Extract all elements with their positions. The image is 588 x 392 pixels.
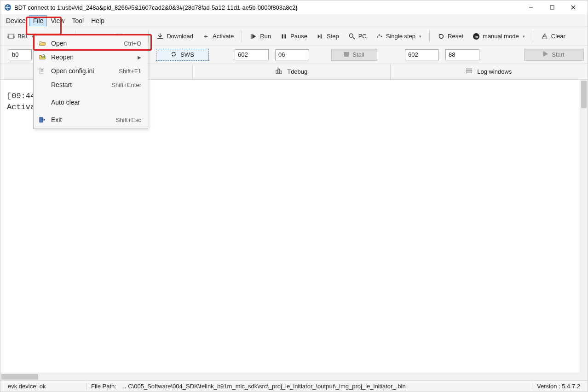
close-button[interactable] [563,0,584,14]
run-icon [250,33,257,40]
activate-button[interactable]: ＋ Activate [198,30,238,42]
svg-rect-15 [285,34,286,38]
singlestep-button[interactable]: Single step ▾ [372,30,426,42]
scroll-corner [580,373,588,380]
scrollbar-thumb[interactable] [1,374,38,380]
tab-tdebug[interactable]: 01 Tdebug [193,64,391,79]
mode-icon: m [473,33,480,40]
exit-label: Exit [51,116,111,123]
addr1-input[interactable] [9,49,32,60]
activate-icon: ＋ [202,33,210,40]
menu-open[interactable]: Open Ctrl+O [34,36,148,50]
menu-auto-clear[interactable]: Auto clear [34,95,148,109]
step-icon [317,33,324,40]
tab-log[interactable]: Log windows [391,64,588,79]
field1-input[interactable] [235,49,269,60]
run-label: Run [260,33,271,40]
pc-button[interactable]: PC [344,30,371,42]
open-config-label: Open config.ini [51,67,114,75]
clear-button[interactable]: Clear [537,30,570,42]
blank-icon [38,81,46,89]
menu-restart[interactable]: Restart Shift+Enter [34,78,148,92]
restart-label: Restart [51,81,107,88]
svg-line-19 [352,37,354,39]
menu-device[interactable]: Device [2,15,29,26]
svg-text:01: 01 [277,68,280,70]
field2-input[interactable] [275,49,309,60]
field3-input[interactable] [405,49,439,60]
stall-label: Stall [352,51,364,58]
play-icon [543,51,548,58]
svg-rect-14 [282,34,283,38]
chip-icon [7,33,15,40]
start-button[interactable]: Start [524,49,584,61]
svg-point-40 [466,69,467,70]
restart-accel: Shift+Enter [111,82,141,88]
singlestep-label: Single step [386,33,415,40]
download-icon [156,33,164,40]
toolbar-sep-2 [148,30,149,42]
autoclear-label: Auto clear [51,99,141,106]
status-filepath: File Path: .. C\005_Software\004_SDK\tel… [86,383,532,390]
open-accel: Ctrl+O [124,40,141,47]
exit-icon [38,116,46,124]
pc-label: PC [358,33,367,40]
menu-file[interactable]: File [29,15,47,26]
menu-open-config[interactable]: Open config.ini Shift+F1 [34,64,148,78]
step-label: Step [327,33,339,40]
svg-rect-44 [40,68,44,74]
svg-rect-31 [344,52,349,57]
stall-button[interactable]: Stall [331,49,377,61]
svg-marker-43 [43,54,44,56]
svg-marker-13 [253,34,256,39]
chip-selector-label: B91 [17,33,28,40]
stop-icon [344,51,349,58]
svg-point-22 [381,35,382,36]
window-title: BDT connect to 1:usb#vid_248a&pid_8266#5… [14,4,520,11]
svg-rect-5 [9,34,13,39]
mode-label: manual mode [483,33,519,40]
download-label: Download [167,33,193,40]
menu-view[interactable]: View [47,15,68,26]
pause-button[interactable]: Pause [276,30,311,42]
sws-label: SWS [180,51,194,58]
clear-label: Clear [551,33,565,40]
config-icon [38,67,46,75]
run-button[interactable]: Run [246,30,275,42]
clear-icon [541,33,548,40]
svg-rect-35 [280,71,282,73]
chevron-down-icon: ▾ [419,34,421,39]
statusbar: evk device: ok File Path: .. C\005_Softw… [0,380,588,392]
sws-button[interactable]: SWS [156,49,209,61]
svg-marker-32 [543,51,548,57]
file-menu: Open Ctrl+O Reopen ▶ Open config.ini Shi… [33,34,148,129]
filepath-label: File Path: [91,383,116,390]
horizontal-scrollbar[interactable] [0,373,580,380]
scrollbar-thumb[interactable] [581,81,587,108]
field4-input[interactable] [445,49,479,60]
activate-label: Activate [213,33,234,40]
pause-label: Pause [290,33,307,40]
menu-tool[interactable]: Tool [68,15,87,26]
reset-icon [438,33,445,40]
debug-icon: 01 [275,68,282,76]
menubar: Device File View Tool Help [0,14,588,27]
exit-accel: Shift+Esc [116,117,141,123]
toolbar-sep-3 [242,30,242,42]
vertical-scrollbar[interactable] [580,80,588,380]
titlebar: BDT connect to 1:usb#vid_248a&pid_8266#5… [0,0,588,14]
menu-reopen[interactable]: Reopen ▶ [34,50,148,64]
status-device: evk device: ok [3,383,86,390]
trace-icon [376,33,383,40]
menu-help[interactable]: Help [87,15,108,26]
step-button[interactable]: Step [312,30,343,42]
minimize-button[interactable] [520,0,542,14]
log-label: Log windows [477,68,512,75]
mode-selector[interactable]: m manual mode ▾ [468,30,529,42]
maximize-button[interactable] [542,0,563,14]
reset-button[interactable]: Reset [433,30,467,42]
toolbar-sep-4 [429,30,430,42]
reopen-icon [38,53,46,61]
download-button[interactable]: Download [152,30,197,42]
menu-exit[interactable]: Exit Shift+Esc [34,113,148,127]
